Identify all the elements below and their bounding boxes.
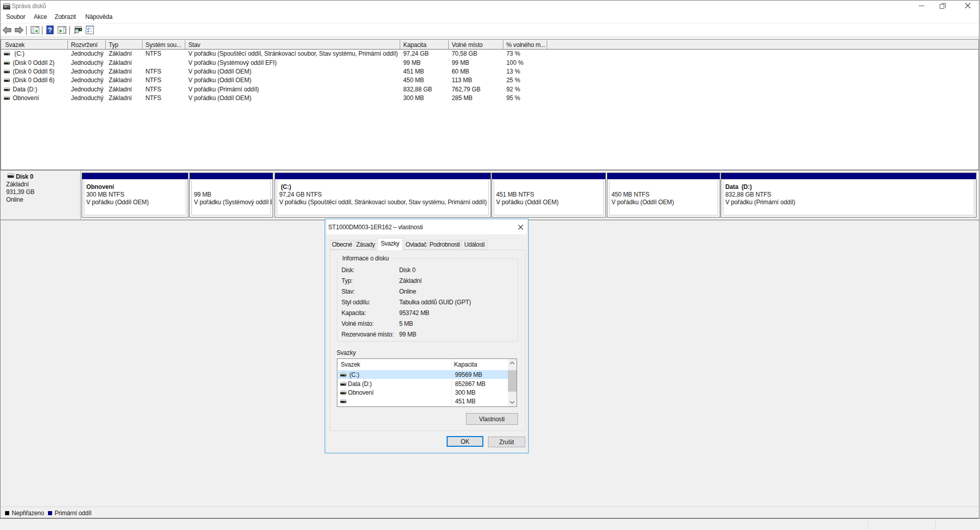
svg-text:?: ?	[48, 26, 52, 34]
